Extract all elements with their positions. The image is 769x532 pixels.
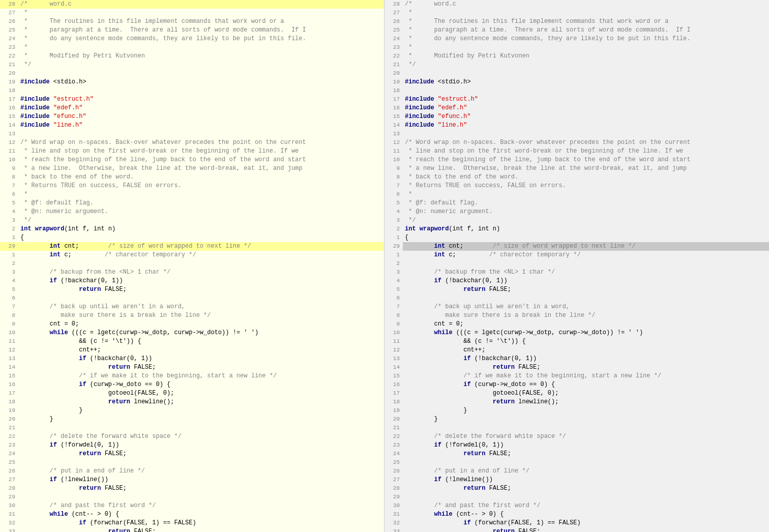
line-content: if (!lnewline()) xyxy=(18,476,384,484)
line-number: 11 xyxy=(0,337,18,346)
line-number: 29 xyxy=(384,493,403,501)
line-content: /* if we make it to the beginning, start… xyxy=(18,372,384,380)
line-number: 4 xyxy=(0,208,18,216)
right-code-table: 28 /* word.c 27 * 26 * The routines in t… xyxy=(384,0,769,532)
line-number: 26 xyxy=(0,17,18,26)
table-row: 5 return FALSE; xyxy=(0,285,384,294)
line-content: * xyxy=(403,43,769,52)
line-number: 26 xyxy=(384,467,403,476)
line-number: 28 xyxy=(384,0,403,9)
line-content: * xyxy=(403,190,769,199)
line-content: make sure there is a break in the line *… xyxy=(18,311,384,320)
line-content: * The routines in this file implement co… xyxy=(18,17,384,26)
line-content: * xyxy=(18,9,384,17)
line-content: #include "line.h" xyxy=(403,121,769,130)
line-content: while (cnt-- > 0) { xyxy=(403,510,769,519)
line-number: 22 xyxy=(384,52,403,61)
line-number: 7 xyxy=(0,182,18,190)
table-row: 23 * xyxy=(384,43,769,52)
table-row: 23 * xyxy=(0,43,384,52)
line-content: return FALSE; xyxy=(18,285,384,294)
line-content: #include "estruct.h" xyxy=(18,95,384,104)
line-content xyxy=(403,69,769,78)
table-row: 27 if (!lnewline()) xyxy=(0,476,384,484)
line-number: 20 xyxy=(0,69,18,78)
table-row: 27 if (!lnewline()) xyxy=(384,476,769,484)
table-row: 4 if (!backchar(0, 1)) xyxy=(0,277,384,285)
line-content: * reach the beginning of the line, jump … xyxy=(18,156,384,164)
table-row: 12 cnt++; xyxy=(0,346,384,354)
line-content: */ xyxy=(18,216,384,225)
table-row: 5 * @f: default flag. xyxy=(384,199,769,208)
line-content: * paragraph at a time. There are all sor… xyxy=(18,26,384,35)
line-number: 16 xyxy=(384,104,403,112)
table-row: 1 int c; /* charector temporary */ xyxy=(384,251,769,259)
table-row: 19 #include <stdio.h> xyxy=(384,78,769,86)
line-number: 30 xyxy=(384,501,403,510)
table-row: 5 return FALSE; xyxy=(384,285,769,294)
line-number: 17 xyxy=(0,389,18,398)
table-row: 19 } xyxy=(0,406,384,415)
line-content: } xyxy=(18,406,384,415)
line-content xyxy=(18,86,384,95)
line-content: * back to the end of the word. xyxy=(18,173,384,182)
line-number: 32 xyxy=(384,519,403,527)
line-content xyxy=(18,259,384,268)
table-row: 14 return FALSE; xyxy=(0,363,384,372)
table-row: 2 xyxy=(384,259,769,268)
table-row: 6 * xyxy=(0,190,384,199)
line-number: 18 xyxy=(0,86,18,95)
line-number: 15 xyxy=(384,372,403,380)
line-content: * @n: numeric argument. xyxy=(403,208,769,216)
line-number: 24 xyxy=(384,450,403,458)
line-number: 12 xyxy=(384,138,403,147)
line-content xyxy=(18,458,384,467)
line-content: /* put in a end of line */ xyxy=(403,467,769,476)
left-code-area[interactable]: 28 /* word.c 27 * 26 * The routines in t… xyxy=(0,0,384,532)
line-content: * a new line. Otherwise, break the line … xyxy=(403,164,769,173)
table-row: 33 return FALSE; xyxy=(0,527,384,532)
line-number: 24 xyxy=(0,35,18,43)
line-content: /* back up until we aren't in a word, xyxy=(403,303,769,311)
line-number: 18 xyxy=(384,86,403,95)
table-row: 15 #include "efunc.h" xyxy=(0,112,384,121)
line-content: return FALSE; xyxy=(403,363,769,372)
left-code-table: 28 /* word.c 27 * 26 * The routines in t… xyxy=(0,0,384,532)
table-row: 10 * reach the beginning of the line, ju… xyxy=(0,156,384,164)
line-content: #include "efunc.h" xyxy=(403,112,769,121)
line-content: /* word.c xyxy=(18,0,384,9)
table-row: 21 xyxy=(384,424,769,432)
right-code-area[interactable]: 28 /* word.c 27 * 26 * The routines in t… xyxy=(384,0,769,532)
line-content: /* delete the forward white space */ xyxy=(403,432,769,441)
line-content: #include "edef.h" xyxy=(18,104,384,112)
line-content: /* Word wrap on n-spaces. Back-over what… xyxy=(18,138,384,147)
line-content: while (cnt-- > 0) { xyxy=(18,510,384,519)
line-content: /* if we make it to the beginning, start… xyxy=(403,372,769,380)
line-number: 25 xyxy=(0,458,18,467)
table-row: 25 xyxy=(384,458,769,467)
table-row: 22 /* delete the forward white space */ xyxy=(384,432,769,441)
line-number: 2 xyxy=(0,259,18,268)
line-number: 20 xyxy=(0,415,18,424)
line-number: 3 xyxy=(384,216,403,225)
line-content: #include "efunc.h" xyxy=(18,112,384,121)
table-row: 17 gotoeol(FALSE, 0); xyxy=(384,389,769,398)
line-number: 10 xyxy=(384,329,403,337)
table-row: 21 */ xyxy=(0,61,384,69)
table-row: 7 * Returns TRUE on success, FALSE on er… xyxy=(0,182,384,190)
table-row: 18 return lnewline(); xyxy=(0,398,384,406)
line-number: 3 xyxy=(0,268,18,277)
table-row: 7 /* back up until we aren't in a word, xyxy=(384,303,769,311)
line-number: 12 xyxy=(384,346,403,354)
table-row: 6 xyxy=(0,294,384,303)
table-row: 15 #include "efunc.h" xyxy=(384,112,769,121)
line-number: 14 xyxy=(384,121,403,130)
table-row: 7 * Returns TRUE on success, FALSE on er… xyxy=(384,182,769,190)
table-row: 21 xyxy=(0,424,384,432)
line-content: cnt++; xyxy=(403,346,769,354)
line-content: } xyxy=(403,415,769,424)
line-number: 15 xyxy=(384,112,403,121)
table-row: 12 /* Word wrap on n-spaces. Back-over w… xyxy=(0,138,384,147)
line-content: #include "edef.h" xyxy=(403,104,769,112)
line-number: 2 xyxy=(0,225,18,233)
